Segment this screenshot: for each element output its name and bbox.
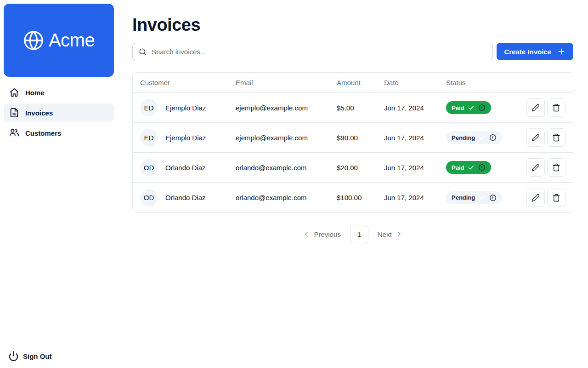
status-badge: Paid (446, 101, 491, 114)
main-content: Invoices Create Invoice Customer (132, 0, 573, 243)
check-icon (468, 164, 475, 171)
delete-invoice-button[interactable] (547, 98, 565, 117)
pencil-icon (531, 194, 540, 202)
avatar-initials: ED (144, 104, 154, 112)
page-title: Invoices (132, 15, 573, 35)
pencil-icon (531, 104, 540, 112)
invoice-amount: $90.00 (337, 134, 384, 142)
invoice-date: Jun 17, 2024 (384, 104, 446, 112)
clock-icon (478, 104, 486, 111)
column-header-email: Email (236, 79, 337, 86)
column-header-amount: Amount (337, 79, 384, 86)
next-label: Next (378, 230, 392, 238)
edit-invoice-button[interactable] (526, 98, 545, 117)
status-badge: Pending (446, 131, 502, 144)
sidebar-item-home[interactable]: Home (4, 83, 114, 102)
invoice-date: Jun 17, 2024 (384, 134, 446, 142)
customers-icon (9, 128, 19, 138)
table-row: OD Orlando Diaz orlando@example.com $20.… (133, 153, 573, 183)
customer-name: Ejemplo Diaz (165, 104, 206, 112)
edit-invoice-button[interactable] (526, 128, 545, 147)
customer-email: ejemplo@example.com (236, 104, 337, 112)
create-invoice-label: Create Invoice (504, 48, 551, 56)
sidebar-item-label: Customers (25, 129, 61, 137)
customer-email: ejemplo@example.com (236, 134, 337, 142)
search-icon (138, 47, 147, 56)
delete-invoice-button[interactable] (547, 158, 565, 177)
pencil-icon (531, 163, 540, 172)
avatar: OD (140, 159, 158, 176)
table-row: ED Ejemplo Diaz ejemplo@example.com $5.0… (133, 93, 573, 123)
previous-label: Previous (314, 230, 340, 238)
pagination: Previous 1 Next (132, 225, 573, 243)
globe-icon (23, 30, 44, 51)
table-header: Customer Email Amount Date Status (133, 73, 573, 93)
next-page-button[interactable]: Next (378, 230, 403, 238)
sidebar-item-label: Home (25, 89, 45, 97)
avatar: ED (140, 129, 158, 146)
avatar-initials: ED (144, 134, 154, 142)
edit-invoice-button[interactable] (526, 158, 545, 177)
column-header-date: Date (384, 79, 446, 86)
plus-icon (557, 47, 566, 56)
table-row: ED Ejemplo Diaz ejemplo@example.com $90.… (133, 123, 573, 153)
sign-out-button[interactable]: Sign Out (8, 351, 52, 362)
power-icon (8, 351, 19, 362)
trash-icon (552, 104, 560, 112)
clock-icon (478, 164, 486, 171)
invoice-amount: $100.00 (337, 194, 384, 201)
home-icon (9, 87, 19, 98)
status-badge: Pending (446, 191, 502, 204)
check-icon (479, 134, 486, 141)
check-icon (479, 194, 486, 201)
brand-name: Acme (49, 30, 95, 51)
toolbar: Create Invoice (132, 43, 573, 60)
previous-page-button[interactable]: Previous (303, 230, 340, 238)
column-header-customer: Customer (140, 79, 236, 86)
delete-invoice-button[interactable] (547, 128, 565, 147)
avatar-initials: OD (144, 194, 154, 201)
customer-email: orlando@example.com (236, 164, 337, 172)
customer-email: orlando@example.com (236, 194, 337, 201)
avatar: ED (140, 99, 158, 116)
status-label: Paid (452, 104, 464, 111)
chevron-right-icon (396, 230, 403, 238)
trash-icon (552, 133, 560, 142)
trash-icon (552, 194, 560, 202)
sign-out-label: Sign Out (23, 352, 52, 360)
status-label: Pending (452, 134, 475, 141)
avatar: OD (140, 189, 158, 207)
sidebar-nav: Home Invoices Cu (0, 80, 118, 142)
clock-icon (489, 194, 497, 201)
customer-name: Ejemplo Diaz (165, 134, 206, 142)
table-body: ED Ejemplo Diaz ejemplo@example.com $5.0… (133, 93, 573, 213)
customer-name: Orlando Diaz (165, 194, 206, 201)
clock-icon (489, 134, 497, 141)
column-header-status: Status (446, 79, 565, 86)
sidebar-item-invoices[interactable]: Invoices (4, 104, 114, 122)
invoices-icon (9, 108, 19, 118)
brand-logo: Acme (4, 4, 114, 77)
sidebar-item-label: Invoices (25, 109, 53, 117)
trash-icon (552, 163, 560, 172)
check-icon (468, 104, 475, 111)
table-row: OD Orlando Diaz orlando@example.com $100… (133, 183, 573, 213)
customer-name: Orlando Diaz (165, 164, 206, 172)
status-badge: Paid (446, 161, 491, 174)
create-invoice-button[interactable]: Create Invoice (497, 43, 573, 60)
delete-invoice-button[interactable] (547, 189, 565, 207)
status-label: Paid (452, 164, 464, 171)
invoice-date: Jun 17, 2024 (384, 194, 446, 201)
search-box (132, 43, 493, 60)
invoice-date: Jun 17, 2024 (384, 164, 446, 172)
current-page-button[interactable]: 1 (350, 225, 368, 243)
sidebar-item-customers[interactable]: Customers (4, 124, 114, 142)
current-page-number: 1 (357, 230, 361, 238)
chevron-left-icon (303, 230, 310, 238)
status-label: Pending (452, 194, 475, 201)
avatar-initials: OD (144, 164, 154, 172)
edit-invoice-button[interactable] (526, 189, 545, 207)
sidebar: Acme Home Invoices (0, 0, 118, 368)
pencil-icon (531, 133, 540, 142)
search-input[interactable] (152, 48, 487, 56)
